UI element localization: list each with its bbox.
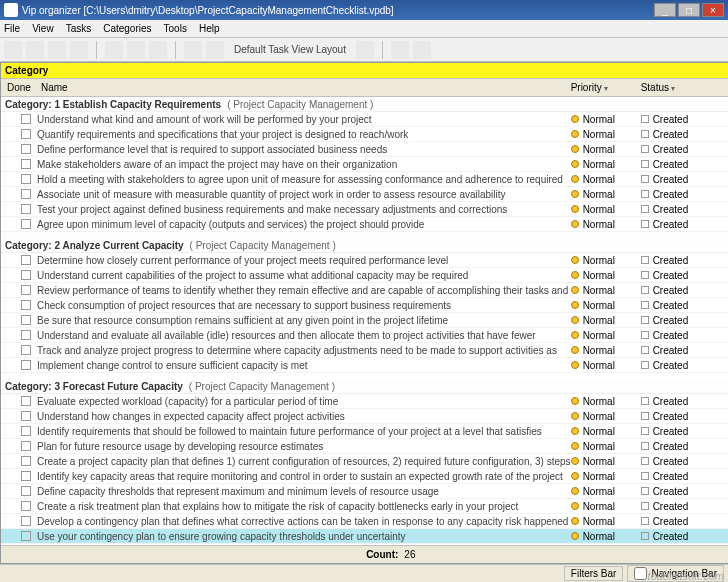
group-header[interactable]: Category bbox=[1, 63, 728, 79]
toolbar-btn[interactable] bbox=[149, 41, 167, 59]
menu-tools[interactable]: Tools bbox=[164, 23, 187, 34]
toolbar-btn[interactable] bbox=[48, 41, 66, 59]
done-checkbox[interactable] bbox=[21, 426, 31, 436]
done-checkbox[interactable] bbox=[21, 396, 31, 406]
col-priority[interactable]: Priority▾ bbox=[571, 82, 641, 93]
task-name: Test your project against defined busine… bbox=[37, 204, 571, 215]
task-row[interactable]: Test your project against defined busine… bbox=[1, 202, 728, 217]
done-checkbox[interactable] bbox=[21, 159, 31, 169]
menu-help[interactable]: Help bbox=[199, 23, 220, 34]
toolbar-btn[interactable] bbox=[26, 41, 44, 59]
task-row[interactable]: Identify requirements that should be fol… bbox=[1, 424, 728, 439]
done-checkbox[interactable] bbox=[21, 501, 31, 511]
done-checkbox[interactable] bbox=[21, 516, 31, 526]
toolbar-btn[interactable] bbox=[4, 41, 22, 59]
menu-file[interactable]: File bbox=[4, 23, 20, 34]
done-checkbox[interactable] bbox=[21, 255, 31, 265]
col-name[interactable]: Name bbox=[35, 82, 571, 93]
task-name: Use your contingency plan to ensure grow… bbox=[37, 531, 571, 542]
menu-view[interactable]: View bbox=[32, 23, 54, 34]
task-name: Quantify requirements and specifications… bbox=[37, 129, 571, 140]
done-checkbox[interactable] bbox=[21, 285, 31, 295]
col-complete[interactable]: Complete bbox=[711, 82, 728, 93]
task-row[interactable]: Understand current capabilities of the p… bbox=[1, 268, 728, 283]
task-row[interactable]: Agree upon minimum level of capacity (ou… bbox=[1, 217, 728, 232]
task-row[interactable]: Understand what kind and amount of work … bbox=[1, 112, 728, 127]
task-row[interactable]: Evaluate expected workload (capacity) fo… bbox=[1, 394, 728, 409]
task-row[interactable]: Associate unit of measure with measurabl… bbox=[1, 187, 728, 202]
task-row[interactable]: Use your contingency plan to ensure grow… bbox=[1, 529, 728, 544]
task-row[interactable]: Hold a meeting with stakeholders to agre… bbox=[1, 172, 728, 187]
priority-icon bbox=[571, 205, 579, 213]
task-row[interactable]: Create a project capacity plan that defi… bbox=[1, 454, 728, 469]
task-row[interactable]: Understand how changes in expected capac… bbox=[1, 409, 728, 424]
maximize-button[interactable]: □ bbox=[678, 3, 700, 17]
category-row[interactable]: Category: 3 Forecast Future Capacity( Pr… bbox=[1, 379, 728, 394]
task-row[interactable]: Quantify requirements and specifications… bbox=[1, 127, 728, 142]
toolbar-btn[interactable] bbox=[127, 41, 145, 59]
done-checkbox[interactable] bbox=[21, 456, 31, 466]
done-checkbox[interactable] bbox=[21, 219, 31, 229]
toolbar-btn[interactable] bbox=[206, 41, 224, 59]
toolbar-btn[interactable] bbox=[356, 41, 374, 59]
task-complete: 0 % bbox=[711, 516, 728, 527]
category-row[interactable]: Category: 2 Analyze Current Capacity( Pr… bbox=[1, 238, 728, 253]
toolbar-btn[interactable] bbox=[70, 41, 88, 59]
task-row[interactable]: Plan for future resource usage by develo… bbox=[1, 439, 728, 454]
done-checkbox[interactable] bbox=[21, 174, 31, 184]
task-status: Created bbox=[641, 396, 711, 407]
rows-container[interactable]: Category: 1 Establish Capacity Requireme… bbox=[1, 97, 728, 545]
task-row[interactable]: Create a risk treatment plan that explai… bbox=[1, 499, 728, 514]
col-status[interactable]: Status▾ bbox=[641, 82, 711, 93]
statusbar-filters[interactable]: Filters Bar bbox=[564, 566, 624, 581]
done-checkbox[interactable] bbox=[21, 189, 31, 199]
toolbar-btn[interactable] bbox=[391, 41, 409, 59]
done-checkbox[interactable] bbox=[21, 144, 31, 154]
task-row[interactable]: Develop a contingency plan that defines … bbox=[1, 514, 728, 529]
done-checkbox[interactable] bbox=[21, 486, 31, 496]
task-priority: Normal bbox=[571, 441, 641, 452]
done-checkbox[interactable] bbox=[21, 270, 31, 280]
task-row[interactable]: Check consumption of project resources t… bbox=[1, 298, 728, 313]
minimize-button[interactable]: _ bbox=[654, 3, 676, 17]
toolbar-btn[interactable] bbox=[413, 41, 431, 59]
titlebar: Vip organizer [C:\Users\dmitry\Desktop\P… bbox=[0, 0, 728, 20]
task-row[interactable]: Define performance level that is require… bbox=[1, 142, 728, 157]
done-checkbox[interactable] bbox=[21, 204, 31, 214]
menu-categories[interactable]: Categories bbox=[103, 23, 151, 34]
task-row[interactable]: Be sure that resource consumption remain… bbox=[1, 313, 728, 328]
done-checkbox[interactable] bbox=[21, 441, 31, 451]
done-checkbox[interactable] bbox=[21, 315, 31, 325]
task-row[interactable]: Understand and evaluate all available (i… bbox=[1, 328, 728, 343]
task-row[interactable]: Determine how closely current performanc… bbox=[1, 253, 728, 268]
status-icon bbox=[641, 397, 649, 405]
task-row[interactable]: Make stakeholders aware of an impact the… bbox=[1, 157, 728, 172]
done-checkbox[interactable] bbox=[21, 129, 31, 139]
toolbar-btn[interactable] bbox=[184, 41, 202, 59]
task-row[interactable]: Identify key capacity areas that require… bbox=[1, 469, 728, 484]
category-row[interactable]: Category: 1 Establish Capacity Requireme… bbox=[1, 97, 728, 112]
done-checkbox[interactable] bbox=[21, 411, 31, 421]
col-done[interactable]: Done bbox=[1, 82, 35, 93]
done-checkbox[interactable] bbox=[21, 345, 31, 355]
done-checkbox[interactable] bbox=[21, 300, 31, 310]
priority-icon bbox=[571, 427, 579, 435]
task-row[interactable]: Define capacity thresholds that represen… bbox=[1, 484, 728, 499]
done-checkbox[interactable] bbox=[21, 114, 31, 124]
nav-checkbox[interactable] bbox=[634, 567, 647, 580]
task-name: Track and analyze project progress to de… bbox=[37, 345, 571, 356]
done-checkbox[interactable] bbox=[21, 471, 31, 481]
menu-tasks[interactable]: Tasks bbox=[66, 23, 92, 34]
toolbar-btn[interactable] bbox=[105, 41, 123, 59]
priority-icon bbox=[571, 301, 579, 309]
task-name: Define performance level that is require… bbox=[37, 144, 571, 155]
task-name: Check consumption of project resources t… bbox=[37, 300, 571, 311]
done-checkbox[interactable] bbox=[21, 330, 31, 340]
task-row[interactable]: Track and analyze project progress to de… bbox=[1, 343, 728, 358]
task-row[interactable]: Implement change control to ensure suffi… bbox=[1, 358, 728, 373]
task-row[interactable]: Review performance of teams to identify … bbox=[1, 283, 728, 298]
done-checkbox[interactable] bbox=[21, 531, 31, 541]
done-checkbox[interactable] bbox=[21, 360, 31, 370]
close-button[interactable]: × bbox=[702, 3, 724, 17]
task-priority: Normal bbox=[571, 114, 641, 125]
